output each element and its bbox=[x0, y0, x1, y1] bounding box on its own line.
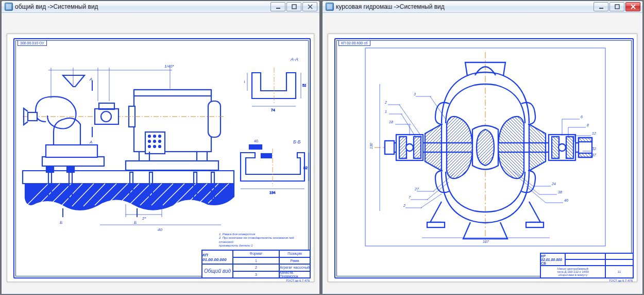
document-icon bbox=[5, 3, 13, 11]
svg-rect-79 bbox=[261, 154, 272, 158]
assembly-drawing: А А Б Б 1/40* 2* 40 bbox=[18, 50, 242, 240]
svg-text:24: 24 bbox=[551, 182, 556, 186]
svg-text:194: 194 bbox=[269, 191, 276, 194]
maximize-button[interactable] bbox=[286, 2, 301, 11]
svg-text:12: 12 bbox=[592, 132, 596, 135]
minimize-button[interactable] bbox=[594, 2, 608, 11]
svg-text:2: 2 bbox=[403, 204, 405, 207]
svg-rect-98 bbox=[566, 137, 573, 158]
svg-line-107 bbox=[401, 114, 416, 137]
svg-text:82: 82 bbox=[303, 166, 308, 170]
maximize-button[interactable] bbox=[609, 2, 624, 11]
svg-text:52: 52 bbox=[302, 84, 306, 87]
svg-text:1/40*: 1/40* bbox=[164, 64, 175, 69]
window-1-client-area[interactable]: 300.00.010 ОУ bbox=[2, 13, 319, 294]
drawing-number-tag: КП 02.00.600 сб bbox=[338, 40, 370, 46]
svg-rect-91 bbox=[385, 141, 394, 154]
title-block-1: Формат Позиция КП 01.00.00.000 1 Рама 2 … bbox=[201, 250, 311, 278]
svg-text:38: 38 bbox=[558, 190, 562, 194]
svg-rect-85 bbox=[599, 8, 603, 9]
svg-rect-1 bbox=[292, 5, 296, 9]
svg-line-125 bbox=[433, 173, 455, 191]
svg-text:130: 130 bbox=[369, 143, 373, 149]
document-window-1: общий вид ->Системный вид 300.00.010 ОУ bbox=[1, 1, 320, 294]
svg-text:3: 3 bbox=[414, 92, 416, 96]
window-2-titlebar[interactable]: курсовая гидромаш ->Системный вид bbox=[323, 1, 642, 13]
drawing-notes: 1. Рамка для отверстия 2. При монтаже на… bbox=[219, 233, 307, 248]
svg-line-109 bbox=[399, 105, 422, 137]
svg-text:40: 40 bbox=[158, 227, 162, 232]
window-1-title: общий вид ->Системный вид bbox=[15, 3, 270, 10]
svg-rect-26 bbox=[67, 167, 74, 172]
svg-point-44 bbox=[148, 135, 150, 137]
svg-point-51 bbox=[154, 145, 156, 148]
svg-rect-40 bbox=[208, 101, 221, 137]
document-window-2: курсовая гидромаш ->Системный вид КП 02.… bbox=[322, 1, 643, 294]
title-block-2: КР 02.01.00.000 СБ Насос центробежный ти… bbox=[540, 253, 634, 278]
svg-text:32: 32 bbox=[592, 147, 596, 151]
svg-text:40: 40 bbox=[564, 199, 568, 202]
section-label-a: А-А bbox=[290, 57, 298, 62]
svg-rect-86 bbox=[615, 5, 619, 9]
drawing-sheet-2: КП 02.00.600 сб bbox=[328, 34, 637, 282]
svg-text:6: 6 bbox=[244, 80, 245, 84]
svg-text:167: 167 bbox=[483, 240, 489, 243]
svg-rect-103 bbox=[427, 222, 445, 227]
svg-line-121 bbox=[421, 194, 442, 208]
svg-point-47 bbox=[148, 140, 150, 142]
svg-rect-25 bbox=[46, 167, 54, 172]
close-button[interactable] bbox=[302, 2, 317, 11]
svg-text:18: 18 bbox=[389, 120, 393, 124]
section-view-a: А-А 74 52 6 bbox=[244, 55, 306, 117]
title-block-footer: ГОСТ др 6.7.476 bbox=[609, 279, 633, 282]
svg-rect-31 bbox=[126, 161, 218, 170]
document-icon bbox=[326, 3, 334, 11]
svg-text:8: 8 bbox=[587, 123, 589, 127]
svg-point-46 bbox=[159, 135, 161, 137]
section-marker-a: А bbox=[89, 77, 92, 81]
minimize-button[interactable] bbox=[270, 2, 285, 11]
svg-point-52 bbox=[159, 145, 161, 148]
svg-rect-101 bbox=[579, 138, 592, 142]
svg-point-50 bbox=[148, 145, 150, 148]
section-view-b: Б-Б 40 194 82 bbox=[236, 137, 311, 204]
window-2-title: курсовая гидромаш ->Системный вид bbox=[336, 3, 594, 10]
svg-text:1: 1 bbox=[385, 110, 387, 113]
svg-text:74: 74 bbox=[271, 108, 275, 112]
close-button[interactable] bbox=[625, 2, 640, 11]
svg-text:37: 37 bbox=[592, 153, 597, 157]
svg-text:27: 27 bbox=[414, 187, 419, 191]
svg-rect-104 bbox=[526, 222, 544, 227]
svg-text:7: 7 bbox=[409, 195, 411, 199]
svg-rect-78 bbox=[249, 145, 262, 149]
svg-rect-94 bbox=[414, 137, 421, 158]
drawing-number-tag: 300.00.010 ОУ bbox=[18, 40, 47, 46]
svg-rect-0 bbox=[276, 8, 280, 9]
window-1-titlebar[interactable]: общий вид ->Системный вид bbox=[2, 1, 319, 13]
section-marker-b: Б bbox=[134, 220, 137, 225]
svg-rect-30 bbox=[42, 157, 104, 166]
svg-rect-34 bbox=[28, 112, 37, 121]
svg-text:2: 2 bbox=[384, 101, 387, 104]
window-2-buttons bbox=[594, 2, 640, 11]
section-label-b: Б-Б bbox=[293, 139, 301, 144]
svg-point-49 bbox=[159, 140, 161, 142]
svg-text:40: 40 bbox=[254, 139, 258, 143]
svg-text:2*: 2* bbox=[142, 216, 146, 221]
pump-section-drawing: 18123 6812 3237 2727 403824 167130 bbox=[364, 47, 606, 248]
drawing-sheet-1: 300.00.010 ОУ bbox=[7, 34, 314, 282]
section-marker-a: А bbox=[89, 140, 92, 144]
svg-point-99 bbox=[558, 144, 566, 151]
svg-rect-102 bbox=[579, 153, 592, 157]
window-2-client-area[interactable]: КП 02.00.600 сб bbox=[323, 13, 642, 294]
title-block-footer: ГОСТ др 6.7.476 bbox=[286, 279, 310, 282]
section-marker-b: Б bbox=[60, 220, 62, 225]
svg-rect-39 bbox=[134, 90, 211, 96]
svg-point-48 bbox=[154, 140, 156, 142]
svg-point-45 bbox=[154, 135, 156, 137]
svg-point-95 bbox=[406, 144, 413, 151]
svg-text:6: 6 bbox=[581, 115, 583, 119]
svg-rect-32 bbox=[46, 145, 97, 157]
window-1-buttons bbox=[270, 2, 317, 11]
